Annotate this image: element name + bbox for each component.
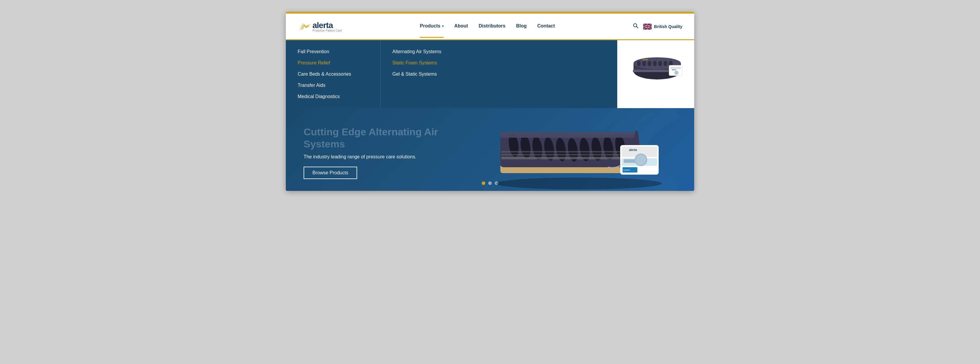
nav-right: British Quality bbox=[633, 23, 682, 30]
nav-products[interactable]: Products ▾ bbox=[420, 15, 444, 38]
svg-rect-10 bbox=[653, 61, 657, 66]
hero-product-image: alerta Quattro bbox=[484, 108, 676, 191]
mattress-preview-svg: alerta alerta bbox=[625, 43, 687, 89]
hero-title: Cutting Edge Alternating Air Systems bbox=[304, 126, 452, 150]
logo-tagline: Proactive Patient Care bbox=[312, 29, 342, 32]
search-button[interactable] bbox=[633, 23, 638, 30]
dropdown-static-foam[interactable]: Static Foam Systems bbox=[392, 57, 605, 68]
dropdown-subcategories: Alternating Air Systems Static Foam Syst… bbox=[380, 40, 617, 108]
dropdown-alternating-air[interactable]: Alternating Air Systems bbox=[392, 46, 605, 57]
hero-mattress-svg: alerta Quattro bbox=[484, 108, 676, 191]
svg-text:Quattro: Quattro bbox=[623, 169, 630, 171]
svg-text:alerta: alerta bbox=[643, 59, 648, 60]
dropdown-pressure-relief[interactable]: Pressure Relief bbox=[298, 57, 368, 68]
svg-rect-34 bbox=[501, 154, 636, 155]
svg-rect-12 bbox=[664, 61, 667, 66]
svg-rect-36 bbox=[500, 132, 636, 138]
nav-distributors[interactable]: Distributors bbox=[479, 15, 506, 38]
svg-line-1 bbox=[636, 27, 638, 28]
nav-blog[interactable]: Blog bbox=[516, 15, 527, 38]
uk-flag-icon bbox=[643, 24, 652, 30]
hero-content: Cutting Edge Alternating Air Systems The… bbox=[304, 126, 452, 179]
dropdown-medical-diagnostics[interactable]: Medical Diagnostics bbox=[298, 91, 368, 102]
dropdown-gel-static[interactable]: Gel & Static Systems bbox=[392, 68, 605, 80]
hero-section: Cutting Edge Alternating Air Systems The… bbox=[286, 108, 694, 191]
svg-rect-35 bbox=[501, 151, 636, 152]
svg-rect-18 bbox=[633, 70, 668, 72]
svg-rect-8 bbox=[643, 61, 646, 66]
svg-point-20 bbox=[496, 177, 662, 189]
browse-products-button[interactable]: Browse Products bbox=[304, 167, 357, 179]
search-icon bbox=[633, 23, 638, 28]
svg-text:alerta: alerta bbox=[672, 69, 676, 71]
svg-rect-42 bbox=[624, 159, 636, 163]
dropdown-preview-image: alerta alerta bbox=[617, 40, 694, 108]
nav-about[interactable]: About bbox=[454, 15, 468, 38]
svg-rect-7 bbox=[637, 61, 641, 66]
chevron-down-icon: ▾ bbox=[442, 25, 444, 28]
dropdown-fall-prevention[interactable]: Fall Prevention bbox=[298, 46, 368, 57]
dropdown-care-beds[interactable]: Care Beds & Accessories bbox=[298, 68, 368, 80]
svg-rect-9 bbox=[648, 61, 651, 66]
main-nav: Products ▾ About Distributors Blog Conta… bbox=[420, 15, 555, 38]
logo-icon bbox=[298, 20, 312, 33]
logo-name: alerta bbox=[312, 21, 333, 30]
svg-text:alerta: alerta bbox=[629, 148, 637, 152]
svg-rect-33 bbox=[501, 157, 636, 159]
dropdown-categories: Fall Prevention Pressure Relief Care Bed… bbox=[286, 40, 380, 108]
products-dropdown: Fall Prevention Pressure Relief Care Bed… bbox=[286, 40, 694, 108]
hero-subtitle: The industry leading range of pressure c… bbox=[304, 154, 452, 160]
british-quality-badge: British Quality bbox=[643, 24, 682, 30]
svg-point-16 bbox=[675, 71, 678, 74]
site-header: alerta Proactive Patient Care Products ▾… bbox=[286, 14, 694, 40]
logo-area[interactable]: alerta Proactive Patient Care bbox=[298, 20, 342, 33]
svg-rect-11 bbox=[659, 61, 662, 66]
svg-point-41 bbox=[635, 154, 647, 166]
dropdown-transfer-aids[interactable]: Transfer Aids bbox=[298, 80, 368, 91]
nav-contact[interactable]: Contact bbox=[537, 15, 555, 38]
